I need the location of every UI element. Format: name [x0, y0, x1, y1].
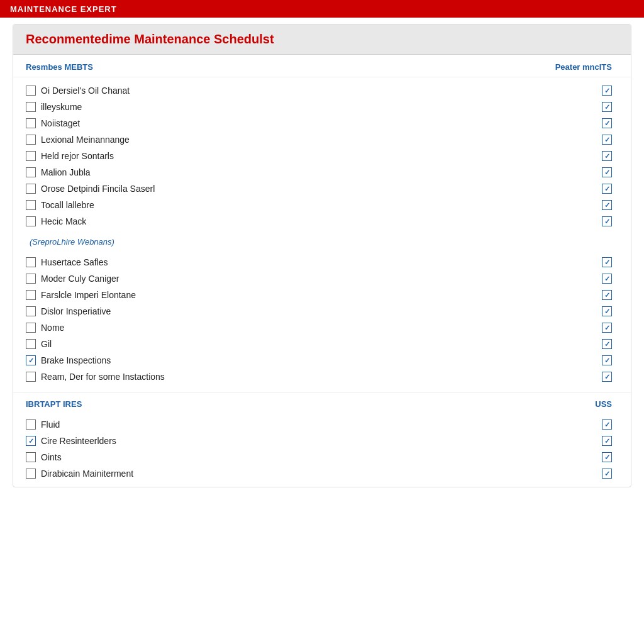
list-item: Tocall lallebre	[26, 197, 618, 213]
left-checkbox[interactable]	[26, 372, 36, 382]
right-checkbox[interactable]	[602, 323, 612, 333]
right-checkbox[interactable]	[602, 86, 612, 96]
list-item: Brake Inspections	[26, 352, 618, 369]
list-item: Gil	[26, 336, 618, 352]
list-item: Lexional Meinannange	[26, 131, 618, 148]
left-checkbox[interactable]	[26, 419, 36, 430]
list-item: Ream, Der for some Instactions	[26, 369, 618, 385]
right-checkbox[interactable]	[602, 135, 612, 145]
item-label: Farslcle Imperi Elontane	[41, 290, 136, 300]
list-item: Husertace Safles	[26, 254, 618, 270]
right-checkbox[interactable]	[602, 355, 612, 365]
left-checkbox[interactable]	[26, 323, 36, 333]
left-checkbox[interactable]	[26, 469, 36, 479]
right-checkbox[interactable]	[602, 184, 612, 194]
right-checkbox[interactable]	[602, 274, 612, 284]
page-container: MAINTENANCE EXPERT Reconmentedime Mainte…	[0, 0, 644, 644]
header-bar: MAINTENANCE EXPERT	[0, 0, 644, 18]
list-item: Held rejor Sontarls	[26, 148, 618, 164]
item-label: Lexional Meinannange	[41, 135, 130, 145]
columns-header: Resmbes MEBTS Peater mncITS	[13, 55, 631, 77]
item-label: Husertace Safles	[41, 257, 108, 267]
items-list-2: Husertace SaflesModer Culy CanigerFarslc…	[13, 249, 631, 390]
right-checkbox[interactable]	[602, 290, 612, 300]
list-item: Hecic Mack	[26, 213, 618, 230]
card-title: Reconmentedime Maintenance Schedulst	[26, 32, 274, 46]
left-checkbox[interactable]	[26, 452, 36, 462]
right-checkbox[interactable]	[602, 200, 612, 210]
left-checkbox[interactable]	[26, 86, 36, 96]
list-item: Farslcle Imperi Elontane	[26, 287, 618, 303]
item-label: illeyskume	[41, 102, 82, 112]
item-label: Cire Resinteerlders	[41, 436, 116, 446]
list-item: Oints	[26, 449, 618, 465]
left-checkbox[interactable]	[26, 257, 36, 267]
header-title: MAINTENANCE EXPERT	[10, 4, 117, 14]
left-checkbox[interactable]	[26, 151, 36, 161]
list-item: Dislor Insperiative	[26, 303, 618, 319]
card-title-bar: Reconmentedime Maintenance Schedulst	[13, 25, 631, 55]
right-checkbox[interactable]	[602, 339, 612, 349]
right-checkbox[interactable]	[602, 419, 612, 430]
right-checkbox[interactable]	[602, 452, 612, 462]
items-list-3: FluidCire ResinteerldersOintsDirabicain …	[13, 411, 631, 487]
right-checkbox[interactable]	[602, 306, 612, 316]
right-checkbox[interactable]	[602, 102, 612, 112]
right-checkbox[interactable]	[602, 118, 612, 128]
left-checkbox[interactable]	[26, 102, 36, 112]
col-right-label: Peater mncITS	[555, 62, 612, 72]
item-label: Oi Dersiel's Oil Chanat	[41, 86, 130, 96]
list-item: Fluid	[26, 416, 618, 433]
section-category-2: IBRTAPT IRES USS	[13, 392, 631, 411]
list-item: Moder Culy Caniger	[26, 270, 618, 287]
left-checkbox[interactable]	[26, 290, 36, 300]
list-item: Dirabicain Mainiterment	[26, 465, 618, 482]
right-checkbox[interactable]	[602, 216, 612, 226]
list-item: illeyskume	[26, 99, 618, 115]
item-label: Oints	[41, 452, 62, 462]
item-label: Malion Jubla	[41, 167, 91, 177]
left-checkbox[interactable]	[26, 200, 36, 210]
item-label: Dislor Insperiative	[41, 306, 111, 316]
section2-label: IBRTAPT IRES	[26, 399, 82, 409]
left-checkbox[interactable]	[26, 118, 36, 128]
item-label: Tocall lallebre	[41, 200, 94, 210]
list-item: Nome	[26, 319, 618, 336]
main-card: Reconmentedime Maintenance Schedulst Res…	[13, 24, 631, 487]
items-list-1: Oi Dersiel's Oil ChanatilleyskumeNoiista…	[13, 77, 631, 235]
item-label: Nome	[41, 323, 64, 333]
item-label: Noiistaget	[41, 118, 80, 128]
item-label: Moder Culy Caniger	[41, 274, 119, 284]
list-item: Orose Detpindi Fincila Saserl	[26, 180, 618, 197]
left-checkbox[interactable]	[26, 135, 36, 145]
left-checkbox[interactable]	[26, 339, 36, 349]
item-label: Held rejor Sontarls	[41, 151, 114, 161]
left-checkbox[interactable]	[26, 184, 36, 194]
left-checkbox[interactable]	[26, 216, 36, 226]
item-label: Brake Inspections	[41, 355, 111, 365]
item-label: Hecic Mack	[41, 216, 86, 226]
list-item: Malion Jubla	[26, 164, 618, 180]
list-item: Cire Resinteerlders	[26, 433, 618, 449]
right-checkbox[interactable]	[602, 469, 612, 479]
item-label: Ream, Der for some Instactions	[41, 372, 165, 382]
list-item: Noiistaget	[26, 115, 618, 131]
left-checkbox[interactable]	[26, 274, 36, 284]
right-checkbox[interactable]	[602, 151, 612, 161]
item-label: Orose Detpindi Fincila Saserl	[41, 184, 155, 194]
item-label: Fluid	[41, 419, 60, 430]
item-label: Gil	[41, 339, 52, 349]
left-checkbox[interactable]	[26, 436, 36, 446]
subheader: (SreproLhire Webnans)	[13, 235, 631, 249]
left-checkbox[interactable]	[26, 306, 36, 316]
item-label: Dirabicain Mainiterment	[41, 469, 133, 479]
right-checkbox[interactable]	[602, 257, 612, 267]
section2-right-label: USS	[595, 399, 612, 409]
right-checkbox[interactable]	[602, 436, 612, 446]
list-item: Oi Dersiel's Oil Chanat	[26, 82, 618, 99]
col-left-label: Resmbes MEBTS	[26, 62, 93, 72]
right-checkbox[interactable]	[602, 372, 612, 382]
right-checkbox[interactable]	[602, 167, 612, 177]
left-checkbox[interactable]	[26, 167, 36, 177]
left-checkbox[interactable]	[26, 355, 36, 365]
